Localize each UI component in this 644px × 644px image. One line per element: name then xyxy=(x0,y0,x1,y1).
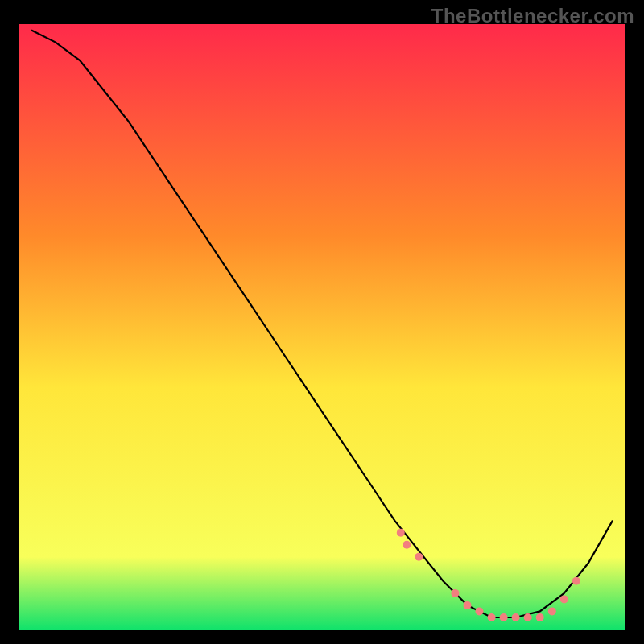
data-point xyxy=(476,607,484,615)
data-point xyxy=(572,577,580,585)
data-point xyxy=(464,601,472,609)
watermark-text: TheBottlenecker.com xyxy=(431,5,634,27)
data-point xyxy=(512,613,520,621)
plot-area xyxy=(19,24,625,630)
chart-svg xyxy=(19,24,625,630)
data-point xyxy=(488,613,496,621)
data-point xyxy=(548,607,556,615)
gradient-background xyxy=(19,24,625,630)
data-point xyxy=(500,613,508,621)
data-point xyxy=(451,589,459,597)
data-point xyxy=(524,613,532,621)
data-point xyxy=(415,553,423,561)
data-point xyxy=(560,595,568,603)
chart-container: TheBottlenecker.com xyxy=(0,0,644,644)
data-point xyxy=(402,541,411,549)
data-point xyxy=(536,613,544,621)
data-point xyxy=(397,529,405,537)
